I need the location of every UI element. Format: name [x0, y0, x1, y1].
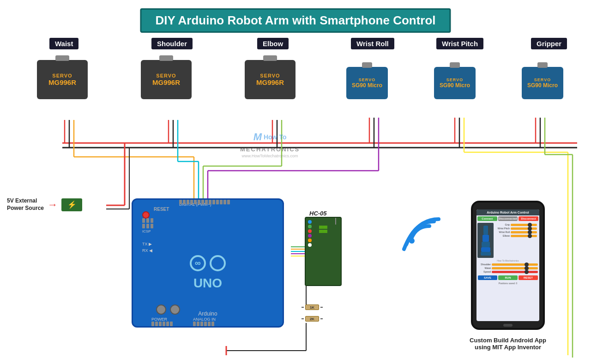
svg-rect-55 — [482, 242, 490, 247]
app-robot-arm-area: Grip Wrist Pitch Wrist Roll Elbow — [476, 222, 539, 259]
app-watermark: How To Mechatronics — [476, 259, 539, 263]
servo-wrist-roll-body: SERVO SG90 Micro — [346, 67, 388, 99]
svg-rect-54 — [482, 235, 489, 242]
arduino-logo: ∞ — [190, 255, 226, 271]
power-box: ⚡ — [61, 198, 82, 211]
page-title: DIY Arduino Robot Arm with Smartphone Co… — [155, 13, 435, 27]
slider-wrist-pitch: Wrist Pitch — [495, 227, 538, 230]
bluetooth-wifi-icon — [402, 217, 448, 265]
arduino-uno-text: UNO — [193, 276, 222, 291]
arduino-power-pins — [151, 322, 173, 326]
servo-wrist-pitch-knob — [450, 62, 460, 68]
app-title-bar: Arduino Robot Arm Control — [476, 209, 539, 215]
slider-speed: Speed — [476, 270, 539, 274]
servo-waist-knob — [55, 55, 69, 61]
app-run-btn[interactable]: RUN — [498, 275, 518, 280]
slider-wrist-roll: Wrist Roll — [495, 230, 538, 234]
slider-grip: Grip — [495, 223, 538, 227]
caption-line1: Custom Build Android App — [470, 337, 546, 344]
app-bottom-buttons: SAVE RUN RESET — [476, 274, 539, 281]
svg-rect-56 — [481, 247, 490, 252]
app-disconnect-btn[interactable]: Disconnect — [519, 216, 538, 221]
servo-wrist-roll-knob — [362, 62, 372, 68]
label-shoulder: Shoulder — [151, 38, 193, 49]
label-elbow: Elbow — [257, 38, 289, 49]
slider-waist: Waist — [476, 266, 539, 270]
label-wrist-pitch: Wrist Pitch — [436, 38, 483, 49]
servo-elbow-knob — [263, 55, 277, 61]
arduino-brand: Arduino — [198, 310, 217, 317]
watermark-logo: M How To MECHATRONICS — [240, 131, 300, 154]
servo-gripper: SERVO SG90 Micro — [522, 67, 563, 99]
servo-waist-body: SERVO MG996R — [37, 60, 88, 99]
smartphone: Arduino Robot Arm Control Connect Discon… — [471, 201, 545, 330]
app-disconnected-btn[interactable]: Disconnected — [498, 216, 518, 221]
arduino-analog-pins — [193, 322, 214, 326]
servo-wrist-pitch: SERVO SG90 Micro — [434, 67, 476, 99]
arduino-power-label: POWER — [151, 317, 167, 322]
svg-rect-57 — [481, 252, 491, 256]
smartphone-caption: Custom Build Android App using MIT App I… — [452, 337, 563, 351]
arduino-uno: RESET ICSP DIGITAL (PWM~) ∞ UNO Arduino … — [132, 198, 284, 328]
watermark: M How To MECHATRONICS www.HowToMechatron… — [240, 131, 300, 158]
app-reset-btn[interactable]: RESET — [519, 275, 538, 280]
caption-line2: using MIT App Inventor — [475, 344, 541, 351]
servo-shoulder-knob — [159, 55, 173, 61]
smartphone-screen: Arduino Robot Arm Control Connect Discon… — [476, 209, 539, 321]
servo-waist: SERVO MG996R — [37, 60, 88, 99]
resistor-2k: 2K — [302, 316, 323, 322]
label-gripper: Gripper — [531, 38, 567, 49]
app-connect-btn[interactable]: Connect — [477, 216, 497, 221]
hc05-chip: |||||||||||||||| — [319, 225, 327, 233]
label-waist: Waist — [49, 38, 78, 49]
arduino-digital-pins — [179, 200, 230, 204]
servo-wrist-roll: SERVO SG90 Micro — [346, 67, 388, 99]
servo-wrist-pitch-body: SERVO SG90 Micro — [434, 67, 476, 99]
hc05-module: |||||||||||||||| — [305, 217, 342, 286]
power-label: 5V ExternalPower Source — [7, 197, 44, 212]
smartphone-home-button — [503, 324, 513, 327]
arduino-components — [156, 304, 180, 315]
watermark-url: www.HowToMechatronics.com — [240, 154, 300, 158]
power-source: 5V ExternalPower Source → ⚡ — [7, 197, 82, 212]
app-sliders-area: Grip Wrist Pitch Wrist Roll Elbow — [495, 222, 539, 259]
servo-elbow: SERVO MG996R — [245, 60, 296, 99]
arduino-icsp: ICSP — [142, 218, 153, 233]
arduino-reset-button — [142, 211, 150, 219]
svg-rect-53 — [483, 226, 488, 235]
slider-elbow: Elbow — [495, 234, 538, 238]
app-btn-row: Connect Disconnected Disconnect — [476, 215, 539, 222]
app-positions-saved: Positions saved: 0 — [476, 281, 539, 286]
hc05-antenna — [335, 218, 336, 225]
servo-gripper-body: SERVO SG90 Micro — [522, 67, 563, 99]
svg-point-52 — [409, 238, 415, 244]
label-wrist-roll: Wrist Roll — [351, 38, 394, 49]
arduino-reset-label: RESET — [154, 207, 169, 212]
arduino-icsp-label: ICSP — [142, 229, 153, 233]
app-save-btn[interactable]: SAVE — [478, 275, 497, 280]
title-box: DIY Arduino Robot Arm with Smartphone Co… — [140, 8, 451, 33]
servo-shoulder: SERVO MG996R — [141, 60, 192, 99]
slider-shoulder: Shoulder — [476, 263, 539, 266]
power-arrow-icon: → — [48, 199, 58, 211]
resistor-1k: 1K — [302, 304, 323, 310]
servo-gripper-knob — [537, 62, 548, 68]
app-robot-image — [477, 223, 494, 258]
arduino-analog-label: ANALOG IN — [193, 317, 216, 322]
arduino-txrx: TX ▶RX ◀ — [142, 241, 152, 254]
servo-shoulder-body: SERVO MG996R — [141, 60, 192, 99]
hc05-label: HC-05 — [309, 210, 327, 217]
servo-elbow-body: SERVO MG996R — [245, 60, 296, 99]
